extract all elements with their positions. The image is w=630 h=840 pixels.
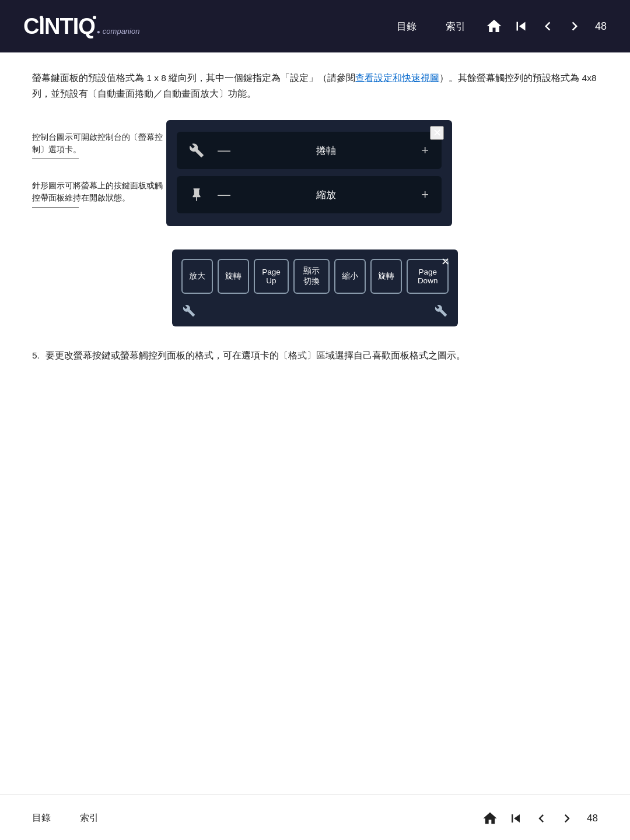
scroll-plus-button[interactable]: + xyxy=(418,143,432,158)
btn-zoom-out[interactable]: 縮小 xyxy=(334,259,366,294)
btn-rotate-2[interactable]: 旋轉 xyxy=(370,259,402,294)
annotation-2: 針形圖示可將螢幕上的按鍵面板或觸控帶面板維持在開啟狀態。 xyxy=(32,180,166,208)
arrow-right-icon[interactable] xyxy=(564,15,586,37)
main-content: 螢幕鍵面板的預設值格式為 1 x 8 縱向列，其中一個鍵指定為「設定」（請參閱查… xyxy=(0,52,630,386)
intro-link[interactable]: 查看設定和快速視圖 xyxy=(355,73,439,83)
footer-home-icon[interactable] xyxy=(480,808,501,829)
button-grid: 放大 旋轉 Page Up 顯示切換 縮小 旋轉 Page Down xyxy=(181,259,449,300)
footer: 目錄 索引 48 xyxy=(0,795,630,840)
button-panel: ✕ 放大 旋轉 Page Up 顯示切換 縮小 旋轉 Page Down xyxy=(172,249,458,326)
arrow-left-icon[interactable] xyxy=(537,15,559,37)
btn-rotate-1[interactable]: 旋轉 xyxy=(218,259,249,294)
skip-back-icon[interactable] xyxy=(510,15,532,37)
widget-close-button[interactable]: ✕ xyxy=(430,126,444,140)
wrench-icon xyxy=(186,140,207,161)
header-nav: 目錄 索引 xyxy=(397,20,466,33)
footer-skip-back-icon[interactable] xyxy=(505,808,526,829)
widget-panel: ✕ — 捲軸 + — 縮放 + xyxy=(166,120,452,226)
diagram-area: 控制台圖示可開啟控制台的〔螢幕控制〕選項卡。 針形圖示可將螢幕上的按鍵面板或觸控… xyxy=(32,120,598,229)
btn-page-up[interactable]: Page Up xyxy=(254,259,289,294)
button-panel-bottom xyxy=(181,300,449,326)
panel-wrench-right-icon xyxy=(435,304,447,319)
header: CINTIQ ● companion 目錄 索引 48 xyxy=(0,0,630,52)
btn-zoom-in[interactable]: 放大 xyxy=(181,259,213,294)
header-nav-index[interactable]: 索引 xyxy=(446,20,466,33)
annotation-1-text: 控制台圖示可開啟控制台的〔螢幕控制〕選項卡。 xyxy=(32,133,163,154)
footer-nav-contents[interactable]: 目錄 xyxy=(32,812,51,824)
widget-row-scroll: — 捲軸 + xyxy=(177,132,442,169)
step-5-number: 5. xyxy=(32,347,40,363)
annotation-2-line xyxy=(32,207,79,208)
intro-text-1: 螢幕鍵面板的預設值格式為 1 x 8 縱向列，其中一個鍵指定為「設定」（請參閱 xyxy=(32,73,355,83)
zoom-minus-button[interactable]: — xyxy=(214,187,234,202)
scroll-label: 捲軸 xyxy=(239,144,413,157)
footer-nav: 目錄 索引 xyxy=(32,812,99,824)
header-nav-contents[interactable]: 目錄 xyxy=(397,20,416,33)
footer-nav-index[interactable]: 索引 xyxy=(80,812,99,824)
footer-arrow-left-icon[interactable] xyxy=(531,808,552,829)
button-panel-close[interactable]: ✕ xyxy=(441,255,450,268)
annotations-column: 控制台圖示可開啟控制台的〔螢幕控制〕選項卡。 針形圖示可將螢幕上的按鍵面板或觸控… xyxy=(32,120,166,229)
zoom-plus-button[interactable]: + xyxy=(418,187,432,202)
logo-area: CINTIQ ● companion xyxy=(23,14,139,39)
widget-row-zoom: — 縮放 + xyxy=(177,176,442,213)
logo-companion-dot: ● xyxy=(97,29,100,35)
footer-icons: 48 xyxy=(480,808,598,829)
logo-companion-text: companion xyxy=(103,27,140,36)
header-icons: 48 xyxy=(483,15,607,37)
annotation-2-text: 針形圖示可將螢幕上的按鍵面板或觸控帶面板維持在開啟狀態。 xyxy=(32,181,163,202)
scroll-minus-button[interactable]: — xyxy=(214,143,234,158)
logo-cintiq: CINTIQ xyxy=(23,14,95,39)
button-panel-wrapper: ✕ 放大 旋轉 Page Up 顯示切換 縮小 旋轉 Page Down xyxy=(32,249,598,326)
footer-arrow-right-icon[interactable] xyxy=(556,808,578,829)
annotation-1: 控制台圖示可開啟控制台的〔螢幕控制〕選項卡。 xyxy=(32,132,166,159)
header-page-number: 48 xyxy=(595,20,607,33)
intro-paragraph: 螢幕鍵面板的預設值格式為 1 x 8 縱向列，其中一個鍵指定為「設定」（請參閱查… xyxy=(32,70,598,101)
footer-page-number: 48 xyxy=(587,813,598,824)
home-icon[interactable] xyxy=(483,15,505,37)
pin-icon xyxy=(186,184,207,205)
btn-display-switch[interactable]: 顯示切換 xyxy=(293,259,330,294)
step-5-content: 要更改螢幕按鍵或螢幕觸控列面板的格式，可在選項卡的〔格式〕區域選擇自己喜歡面板格… xyxy=(46,347,466,363)
zoom-label: 縮放 xyxy=(239,188,413,202)
annotation-1-line xyxy=(32,159,79,159)
panel-wrench-left-icon xyxy=(183,304,195,319)
step-5-text: 5. 要更改螢幕按鍵或螢幕觸控列面板的格式，可在選項卡的〔格式〕區域選擇自己喜歡… xyxy=(32,347,598,363)
